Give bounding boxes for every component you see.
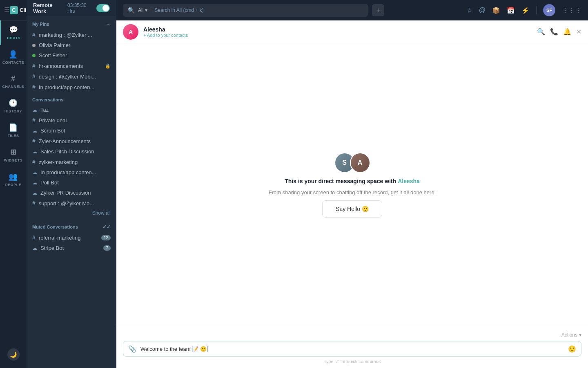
search-filter-label: All: [138, 7, 143, 13]
chevron-down-icon: ▾: [579, 332, 581, 338]
attach-icon[interactable]: 📎: [128, 345, 136, 353]
search-placeholder-text: Search in All (cmd + k): [154, 7, 203, 13]
conv-item-text: Zyler-Announcements: [39, 138, 111, 144]
conv-item-sales-pitch[interactable]: ☁ Sales Pitch Discussion: [27, 146, 116, 157]
conv-item-zylker-marketing[interactable]: # zylker-marketing: [27, 157, 116, 167]
channel-hash-icon: #: [32, 138, 36, 144]
chat-body: S A This is your direct messaging space …: [116, 43, 588, 327]
actions-bar: Actions ▾: [123, 330, 581, 339]
message-draft-text: Welcome to the team 📝 🙂: [140, 346, 207, 352]
conv-item-text: Private deal: [39, 117, 111, 123]
pin-item-design[interactable]: # design : @Zylker Mobi...: [27, 71, 116, 82]
user-avatar[interactable]: SF: [543, 4, 555, 16]
pin-item-olivia[interactable]: Olivia Palmer: [27, 40, 116, 50]
toggle-knob: [102, 5, 109, 11]
pin-item-text: design : @Zylker Mobi...: [39, 74, 111, 80]
pin-item-product[interactable]: # In product/app conten...: [27, 82, 116, 92]
conv-item-poll-bot[interactable]: ☁ Poll Bot: [27, 177, 116, 188]
welcome-text: This is your direct messaging space with…: [285, 178, 420, 184]
show-all-label: Show all: [92, 210, 111, 216]
mention-icon[interactable]: @: [479, 7, 486, 14]
contacts-icon: 👤: [9, 50, 18, 59]
muted-item-referral[interactable]: # referral-marketing 12: [27, 232, 116, 243]
nav-item-chats[interactable]: 💬 CHATS: [0, 20, 27, 45]
channels-icon: #: [11, 74, 16, 83]
calendar-icon[interactable]: 📅: [507, 7, 515, 14]
nav-label-files: FILES: [7, 134, 19, 138]
message-input[interactable]: Welcome to the team 📝 🙂: [140, 345, 564, 353]
nav-item-channels[interactable]: # CHANNELS: [0, 70, 27, 94]
cliq-logo-icon: C: [10, 6, 18, 14]
grid-icon[interactable]: ⋮⋮⋮: [562, 7, 581, 14]
nav-item-contacts[interactable]: 👤 CONTACTS: [0, 45, 27, 70]
pin-item-marketing[interactable]: # marketing : @Zylker ...: [27, 29, 116, 40]
search-filter-dropdown[interactable]: All ▾: [138, 7, 151, 13]
conv-item-text: In product/app conten...: [40, 169, 111, 175]
bot-cloud-icon: ☁: [32, 170, 37, 175]
bot-cloud-icon: ☁: [32, 190, 37, 196]
nav-item-history[interactable]: 🕐 HISTORY: [0, 94, 27, 118]
chevron-down-icon: ▾: [145, 7, 147, 13]
search-input[interactable]: Search in All (cmd + k): [154, 7, 363, 13]
channel-hash-icon: #: [32, 117, 36, 123]
nav-item-files[interactable]: 📄 FILES: [0, 118, 27, 143]
add-button[interactable]: +: [372, 4, 384, 16]
star-icon[interactable]: ☆: [467, 7, 472, 14]
search-container[interactable]: 🔍 All ▾ Search in All (cmd + k): [123, 4, 368, 17]
muted-item-stripe[interactable]: ☁ Stripe Bot 7: [27, 243, 116, 253]
add-contact-link[interactable]: + Add to your contacts: [143, 33, 532, 38]
actions-dropdown[interactable]: Actions ▾: [561, 332, 581, 338]
nav-item-people[interactable]: 👥 PEOPLE: [0, 167, 27, 192]
conv-item-product-app[interactable]: ☁ In product/app conten...: [27, 167, 116, 177]
my-pins-more-icon[interactable]: ···: [107, 21, 111, 27]
pin-item-text: Scott Fisher: [39, 52, 111, 58]
pin-item-text: hr-announcements: [39, 63, 100, 69]
say-hello-button[interactable]: Say Hello 🙂: [322, 200, 382, 218]
contact-avatar-welcome: A: [350, 153, 370, 173]
lightning-icon[interactable]: ⚡: [521, 7, 530, 14]
widgets-icon: ⊞: [10, 148, 17, 157]
conv-item-private-deal[interactable]: # Private deal: [27, 115, 116, 126]
close-icon[interactable]: ✕: [576, 28, 581, 36]
nav-label-contacts: CONTACTS: [2, 61, 24, 65]
search-icon: 🔍: [128, 7, 135, 13]
nav-label-people: PEOPLE: [5, 183, 22, 187]
bell-icon[interactable]: 🔔: [563, 28, 571, 36]
nav-item-widgets[interactable]: ⊞ WIDGETS: [0, 143, 27, 167]
conv-item-text: Poll Bot: [40, 180, 111, 186]
my-pins-section: My Pins ···: [27, 16, 116, 29]
status-dot-online: [32, 54, 36, 57]
conv-item-zyler-announcements[interactable]: # Zyler-Announcements: [27, 136, 116, 146]
conv-item-zylker-pr[interactable]: ☁ Zylker PR Discussion: [27, 188, 116, 198]
message-input-row[interactable]: 📎 Welcome to the team 📝 🙂 🙂: [123, 341, 581, 357]
pin-item-text: marketing : @Zylker ...: [39, 32, 111, 38]
show-all-button[interactable]: Show all: [27, 209, 116, 219]
unread-badge: 12: [101, 235, 111, 240]
channel-hash-icon: #: [32, 31, 36, 38]
phone-icon[interactable]: 📞: [550, 28, 558, 36]
chats-icon: 💬: [9, 25, 18, 34]
contact-info: Aleesha + Add to your contacts: [143, 26, 532, 38]
muted-label: Muted Conversations: [32, 224, 78, 229]
remote-work-title: Remote Work: [33, 2, 62, 14]
conv-item-taz[interactable]: ☁ Taz: [27, 105, 116, 115]
contact-avatar: A: [123, 24, 138, 40]
conv-item-scrum-bot[interactable]: ☁ Scrum Bot: [27, 126, 116, 136]
conv-item-support[interactable]: # support : @Zylker Mo...: [27, 198, 116, 209]
conversations-label: Conversations: [32, 97, 63, 102]
pin-item-scott[interactable]: Scott Fisher: [27, 50, 116, 61]
text-cursor: [207, 346, 207, 352]
people-icon: 👥: [9, 172, 18, 181]
icon-navigation: ☰ C Cliq 🔔 💬 CHATS 👤 CONTACTS # CHANNELS…: [0, 0, 27, 368]
remote-work-toggle[interactable]: [96, 4, 110, 12]
channel-hash-icon: #: [32, 159, 36, 165]
box-icon[interactable]: 📦: [492, 7, 500, 14]
pin-item-hr[interactable]: # hr-announcements 🔒: [27, 61, 116, 71]
emoji-picker-icon[interactable]: 🙂: [568, 345, 576, 353]
actions-label-text: Actions: [561, 332, 577, 338]
topbar: 🔍 All ▾ Search in All (cmd + k) + ☆ @ 📦 …: [116, 0, 588, 20]
search-in-chat-icon[interactable]: 🔍: [537, 28, 545, 36]
theme-toggle-button[interactable]: 🌙: [7, 348, 20, 361]
hamburger-icon[interactable]: ☰: [4, 6, 10, 14]
avatar-initials: SF: [546, 8, 552, 13]
